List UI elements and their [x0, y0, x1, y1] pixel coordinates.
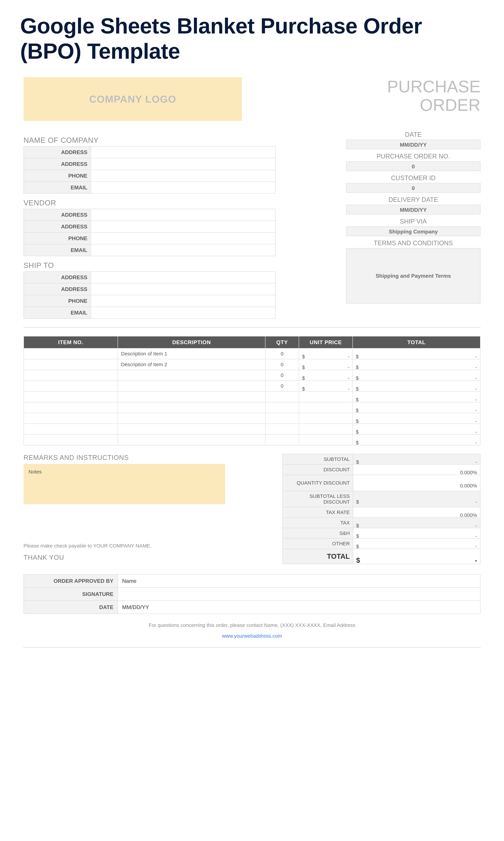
- shipto-value[interactable]: [91, 283, 275, 295]
- item-unit-price-cell[interactable]: [299, 434, 353, 445]
- item-total-cell[interactable]: $-: [353, 434, 480, 445]
- item-qty-cell[interactable]: 0: [265, 348, 299, 359]
- item-no-cell[interactable]: [24, 381, 118, 391]
- item-unit-price-cell[interactable]: $-: [299, 359, 353, 370]
- shipto-value[interactable]: [91, 272, 275, 283]
- meta-terms-value[interactable]: Shipping and Payment Terms: [346, 248, 481, 304]
- item-unit-price-cell[interactable]: [299, 413, 353, 424]
- item-description-cell[interactable]: Description of Item 2: [118, 359, 265, 370]
- divider: [23, 327, 481, 328]
- item-description-cell[interactable]: [118, 381, 265, 391]
- logo-placeholder: COMPANY LOGO: [23, 77, 242, 121]
- item-no-cell[interactable]: [24, 413, 118, 424]
- meta-customer-id-value[interactable]: 0: [346, 183, 481, 193]
- item-qty-cell[interactable]: [265, 391, 299, 402]
- item-total-cell[interactable]: $-: [353, 402, 480, 413]
- item-unit-price-cell[interactable]: $-: [299, 381, 353, 391]
- item-unit-price-cell[interactable]: [299, 391, 353, 402]
- page-title: Google Sheets Blanket Purchase Order (BP…: [20, 14, 484, 64]
- approval-value[interactable]: [118, 587, 480, 601]
- totals-row: TAX$-: [283, 517, 480, 528]
- meta-terms-label: TERMS AND CONDITIONS: [346, 240, 481, 247]
- items-header-row: ITEM NO. DESCRIPTION QTY UNIT PRICE TOTA…: [24, 336, 480, 348]
- item-total-cell[interactable]: $-: [353, 348, 480, 359]
- item-total-cell[interactable]: $-: [353, 391, 480, 402]
- totals-value[interactable]: $-: [353, 454, 480, 464]
- item-unit-price-cell[interactable]: [299, 424, 353, 434]
- item-no-cell[interactable]: [24, 370, 118, 381]
- item-qty-cell[interactable]: 0: [265, 381, 299, 391]
- item-total-cell[interactable]: $-: [353, 413, 480, 424]
- vendor-value[interactable]: [91, 233, 275, 244]
- totals-row: SUBTOTAL LESS DISCOUNT$-: [283, 491, 480, 507]
- item-qty-cell[interactable]: [265, 424, 299, 434]
- item-total-cell[interactable]: $-: [353, 424, 480, 434]
- item-qty-cell[interactable]: [265, 413, 299, 424]
- totals-value[interactable]: 0.000%: [353, 464, 480, 475]
- item-description-cell[interactable]: Description of Item 1: [118, 348, 265, 359]
- top-row: COMPANY LOGO PURCHASE ORDER: [23, 77, 481, 121]
- item-unit-price-cell[interactable]: $-: [299, 348, 353, 359]
- item-description-cell[interactable]: [118, 370, 265, 381]
- company-value[interactable]: [91, 182, 275, 193]
- totals-value[interactable]: 0.000%: [353, 475, 480, 491]
- notes-box[interactable]: Notes: [23, 464, 225, 504]
- payable-text: Please make check payable to YOUR COMPAN…: [23, 543, 225, 549]
- totals-value[interactable]: $-: [353, 491, 480, 507]
- vendor-value[interactable]: [91, 244, 275, 256]
- meta-customer-id: CUSTOMER ID 0: [346, 174, 481, 193]
- item-qty-cell[interactable]: [265, 402, 299, 413]
- meta-po-no-value[interactable]: 0: [346, 161, 481, 171]
- item-total-cell[interactable]: $-: [353, 381, 480, 391]
- vendor-value[interactable]: [91, 209, 275, 221]
- totals-value[interactable]: $-: [353, 517, 480, 528]
- item-no-cell[interactable]: [24, 402, 118, 413]
- table-row: PHONE: [24, 295, 275, 307]
- approval-value[interactable]: MM/DD/YY: [118, 601, 480, 614]
- item-qty-cell[interactable]: 0: [265, 359, 299, 370]
- item-no-cell[interactable]: [24, 434, 118, 445]
- totals-value[interactable]: 0.000%: [353, 507, 480, 517]
- table-row: PHONE: [24, 170, 275, 182]
- totals-label: TAX RATE: [283, 507, 353, 517]
- approval-table: ORDER APPROVED BYNameSIGNATUREDATEMM/DD/…: [23, 574, 481, 614]
- item-qty-cell[interactable]: 0: [265, 370, 299, 381]
- item-description-cell[interactable]: [118, 434, 265, 445]
- totals-value[interactable]: $-: [353, 528, 480, 538]
- item-qty-cell[interactable]: [265, 434, 299, 445]
- totals-label: TAX: [283, 517, 353, 528]
- item-unit-price-cell[interactable]: $-: [299, 370, 353, 381]
- po-heading-text: PURCHASE ORDER: [387, 77, 481, 114]
- meta-delivery-date-value[interactable]: MM/DD/YY: [346, 205, 481, 214]
- company-value[interactable]: [91, 158, 275, 170]
- item-unit-price-cell[interactable]: [299, 402, 353, 413]
- meta-po-no-label: PURCHASE ORDER NO.: [346, 153, 481, 160]
- item-description-cell[interactable]: [118, 413, 265, 424]
- meta-date-value[interactable]: MM/DD/YY: [346, 140, 481, 149]
- table-row: ADDRESS: [24, 272, 275, 283]
- item-no-cell[interactable]: [24, 391, 118, 402]
- approval-value[interactable]: Name: [118, 574, 480, 587]
- footer-question: For questions concerning this order, ple…: [23, 622, 481, 628]
- footer-link[interactable]: www.yourwebaddress.com: [23, 633, 481, 639]
- item-total-cell[interactable]: $-: [353, 370, 480, 381]
- company-value[interactable]: [91, 146, 275, 158]
- item-total-cell[interactable]: $-: [353, 359, 480, 370]
- left-column: NAME OF COMPANY ADDRESSADDRESSPHONEEMAIL…: [23, 131, 275, 319]
- totals-value[interactable]: $-: [353, 538, 480, 549]
- item-description-cell[interactable]: [118, 424, 265, 434]
- item-no-cell[interactable]: [24, 424, 118, 434]
- meta-date: DATE MM/DD/YY: [346, 131, 481, 149]
- item-description-cell[interactable]: [118, 391, 265, 402]
- item-no-cell[interactable]: [24, 348, 118, 359]
- item-no-cell[interactable]: [24, 359, 118, 370]
- grand-total-label: TOTAL: [283, 549, 353, 564]
- vendor-value[interactable]: [91, 221, 275, 233]
- meta-ship-via-value[interactable]: Shipping Company: [346, 226, 481, 236]
- shipto-value[interactable]: [91, 307, 275, 319]
- item-description-cell[interactable]: [118, 402, 265, 413]
- company-value[interactable]: [91, 170, 275, 182]
- approval-row: DATEMM/DD/YY: [24, 601, 480, 614]
- shipto-value[interactable]: [91, 295, 275, 307]
- totals-label: DISCOUNT: [283, 464, 353, 475]
